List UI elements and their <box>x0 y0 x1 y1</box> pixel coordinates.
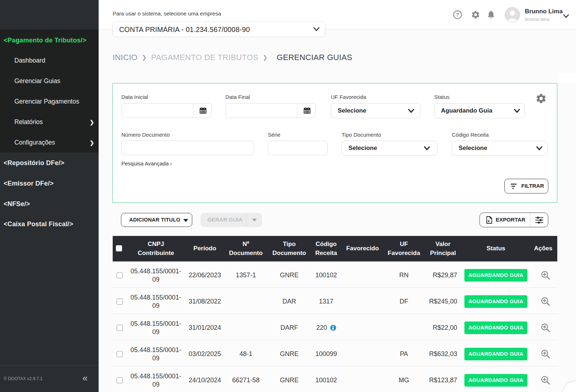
svg-text:?: ? <box>456 12 459 18</box>
svg-text:x: x <box>487 219 490 223</box>
